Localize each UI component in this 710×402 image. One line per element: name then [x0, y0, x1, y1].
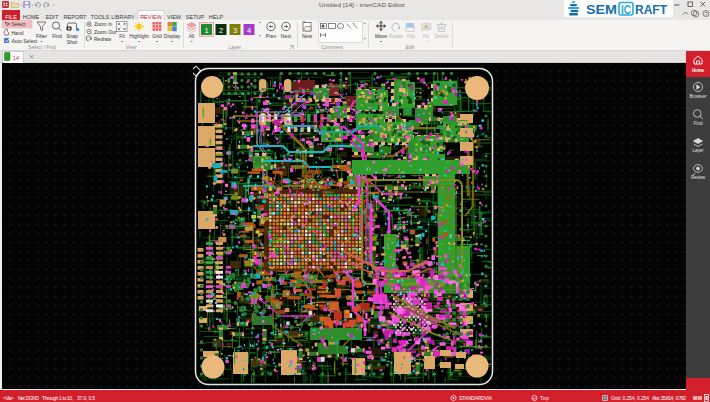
svg-text:Review: Review [691, 175, 706, 180]
svg-text:Hand: Hand [12, 30, 24, 36]
svg-text:TOOLS: TOOLS [91, 14, 110, 20]
svg-text:Net: DGND: Net: DGND [18, 395, 39, 401]
svg-text:All: All [189, 33, 195, 39]
svg-text:LIBRARY: LIBRARY [111, 14, 135, 20]
svg-text:Rotate: Rotate [389, 33, 404, 39]
svg-text:Browser: Browser [690, 94, 708, 99]
svg-text:SETUP: SETUP [186, 14, 205, 20]
svg-text:REPORT: REPORT [64, 14, 87, 20]
svg-text:Redraw: Redraw [94, 36, 112, 42]
svg-text:Move: Move [375, 33, 387, 39]
svg-text:Layer: Layer [229, 44, 242, 50]
svg-text:Zoom Out: Zoom Out [94, 29, 117, 35]
svg-text:Next: Next [281, 33, 292, 39]
svg-text:Grid: Grid [152, 33, 162, 39]
svg-text:Fit: Fit [119, 33, 125, 39]
svg-text:Filter: Filter [36, 33, 47, 39]
svg-text:Select: Select [12, 21, 27, 27]
svg-text:Grid: 0.254, 0.254: Grid: 0.254, 0.254 [611, 395, 649, 401]
svg-text:New: New [302, 33, 312, 39]
svg-text:?: ? [705, 11, 708, 17]
svg-text:Find: Find [694, 121, 703, 126]
svg-text:Through 1 to 10,: Through 1 to 10, [42, 395, 73, 401]
svg-text:Shot: Shot [67, 39, 78, 45]
svg-text:HELP: HELP [209, 14, 224, 20]
svg-text:2: 2 [219, 26, 223, 35]
svg-text:4: 4 [247, 26, 251, 35]
svg-text:14: 14 [13, 55, 20, 61]
svg-text:Home: Home [692, 68, 704, 73]
svg-text:Fix: Fix [423, 33, 430, 39]
svg-text:IC: IC [621, 3, 631, 17]
svg-text:REVIEW: REVIEW [140, 14, 163, 20]
svg-text:37.0, 0.5: 37.0, 0.5 [77, 395, 95, 401]
svg-text:1: 1 [204, 26, 208, 35]
svg-text:VIEW: VIEW [167, 14, 182, 20]
svg-text:Prev: Prev [266, 33, 277, 39]
svg-text:View: View [126, 44, 137, 50]
svg-text:EDIT: EDIT [46, 14, 59, 20]
svg-text:Untitled [14] - interCAD Edito: Untitled [14] - interCAD Editor [319, 2, 405, 8]
svg-text:STANDARDVIA: STANDARDVIA [459, 395, 493, 401]
svg-text:Edit: Edit [406, 44, 415, 50]
svg-text:Layer: Layer [693, 148, 705, 153]
svg-text:Comment: Comment [321, 44, 343, 50]
svg-text:Select / Find: Select / Find [28, 44, 56, 50]
svg-text:HOME: HOME [23, 14, 40, 20]
svg-text:FILE: FILE [5, 14, 17, 20]
svg-text:Display: Display [164, 33, 181, 39]
svg-text:SEM: SEM [586, 3, 617, 17]
svg-text:Delete: Delete [434, 33, 449, 39]
svg-text:Highlight: Highlight [129, 33, 149, 39]
svg-text:Find: Find [52, 33, 62, 39]
svg-text:Abs: 35.814, -0.762: Abs: 35.814, -0.762 [652, 395, 686, 401]
svg-text:Flip: Flip [407, 33, 415, 39]
svg-text:<Via>: <Via> [3, 395, 14, 401]
svg-text:3: 3 [233, 26, 237, 35]
svg-text:Top: Top [540, 395, 549, 401]
svg-text:RAFT: RAFT [635, 3, 668, 17]
svg-text:MM: MM [693, 395, 702, 401]
svg-text:Zoom In: Zoom In [94, 21, 113, 27]
